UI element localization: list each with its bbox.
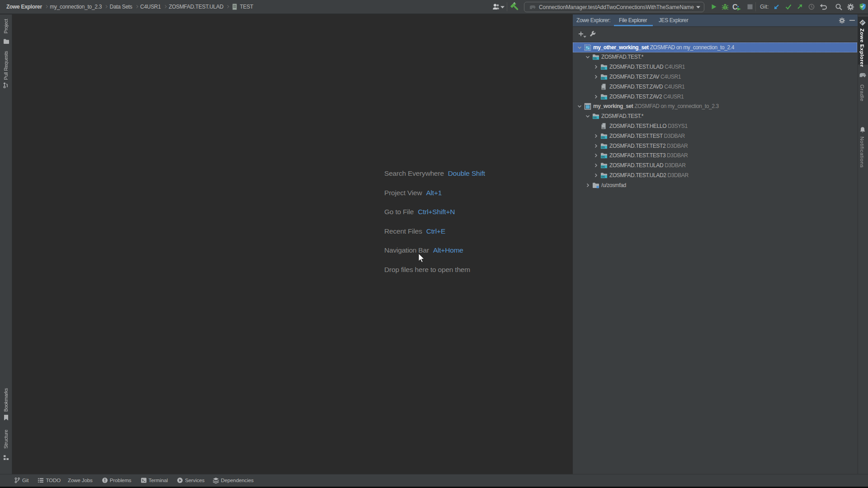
svg-text:DS: DS xyxy=(601,77,605,80)
svg-text:DS: DS xyxy=(602,127,604,129)
svg-text:DS: DS xyxy=(601,165,605,168)
svg-text:DS: DS xyxy=(593,57,597,60)
svg-text:DS: DS xyxy=(601,97,605,99)
svg-text:DS: DS xyxy=(601,67,605,70)
svg-text:DS: DS xyxy=(593,116,597,119)
svg-text:DS: DS xyxy=(601,155,605,158)
svg-text:DS: DS xyxy=(601,146,605,149)
svg-text:DS: DS xyxy=(601,175,605,178)
svg-text:DS: DS xyxy=(601,136,605,139)
svg-text:C: C xyxy=(732,3,738,11)
svg-text:DS: DS xyxy=(602,88,604,89)
